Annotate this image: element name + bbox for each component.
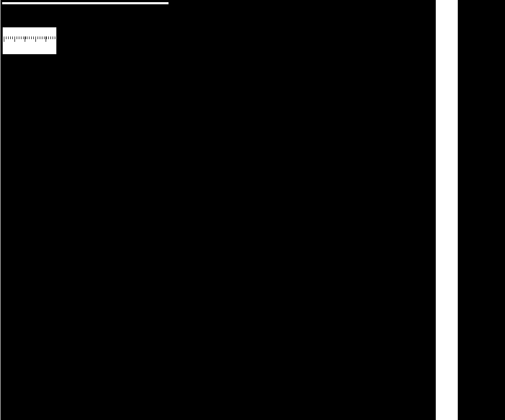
waterfall-spectrogram bbox=[0, 0, 436, 420]
colorbar-scale bbox=[4, 41, 55, 50]
colorbar-legend bbox=[3, 27, 56, 54]
spectrum-panel bbox=[458, 0, 505, 420]
frequency-ruler bbox=[436, 0, 458, 420]
spectrum-capture-screen bbox=[0, 0, 505, 420]
frequency-ticks bbox=[436, 0, 458, 420]
capture-info-box bbox=[2, 2, 169, 5]
window-left-edge bbox=[0, 0, 1, 420]
colorbar-gradient bbox=[4, 28, 55, 36]
